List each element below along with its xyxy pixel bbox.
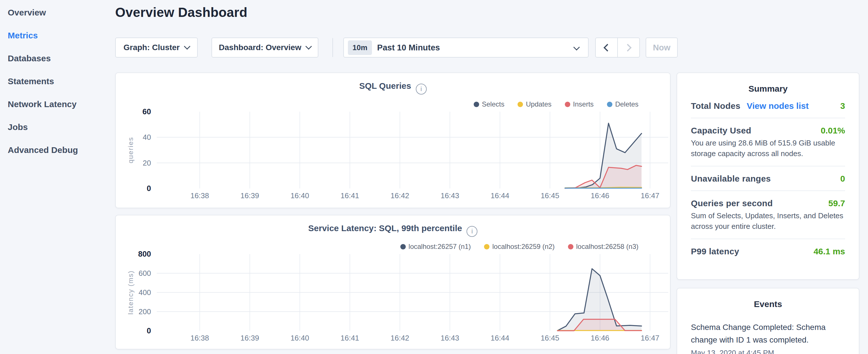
summary-divider xyxy=(691,238,845,239)
summary-row-value: 3 xyxy=(840,101,845,111)
legend-item: localhost:26259 (n2) xyxy=(484,243,555,251)
x-tick-label: 16:38 xyxy=(177,334,223,343)
legend-item: localhost:26257 (n1) xyxy=(400,243,471,251)
summary-panel: Summary Total NodesView nodes list3Capac… xyxy=(677,72,859,280)
summary-row-p99-latency: P99 latency46.1 ms xyxy=(691,247,845,256)
summary-row-capacity-used: Capacity Used0.01%You are using 28.6 MiB… xyxy=(691,126,845,159)
legend-dot-icon xyxy=(484,244,490,250)
sidebar-item-statements[interactable]: Statements xyxy=(8,73,115,96)
dashboard-dropdown[interactable]: Dashboard: Overview xyxy=(212,37,318,58)
event-message: Schema Change Completed: Schema change w… xyxy=(691,321,845,346)
sidebar-item-metrics[interactable]: Metrics xyxy=(8,27,115,50)
graph-scope-dropdown[interactable]: Graph: Cluster xyxy=(115,37,198,58)
x-tick-label: 16:42 xyxy=(377,191,423,200)
chart-title: SQL Queriesi xyxy=(116,81,670,95)
x-tick-label: 16:39 xyxy=(227,334,273,343)
y-tick-label: 0 xyxy=(131,184,151,193)
controls-bar: Graph: Cluster Dashboard: Overview 10m P… xyxy=(115,37,671,58)
info-icon[interactable]: i xyxy=(467,226,477,237)
right-column: Summary Total NodesView nodes list3Capac… xyxy=(677,72,859,354)
plot-area xyxy=(157,254,668,331)
summary-row-description: Sum of Selects, Updates, Inserts, and De… xyxy=(691,211,845,232)
x-tick-label: 16:43 xyxy=(427,334,473,343)
event-item: Schema Change Completed: Schema change w… xyxy=(691,321,845,354)
sidebar-item-jobs[interactable]: Jobs xyxy=(8,119,115,141)
legend-dot-icon xyxy=(568,244,574,250)
legend-label: Updates xyxy=(526,100,551,108)
sidebar-item-databases[interactable]: Databases xyxy=(8,50,115,73)
sidebar-list: OverviewMetricsDatabasesStatementsNetwor… xyxy=(0,0,115,164)
y-tick-label: 0 xyxy=(131,326,151,335)
summary-row-left: P99 latency xyxy=(691,247,739,256)
summary-row-head: Total NodesView nodes list3 xyxy=(691,101,845,111)
chart-service-latency: Service Latency: SQL, 99th percentileilo… xyxy=(115,215,671,349)
chart-legend: localhost:26257 (n1)localhost:26259 (n2)… xyxy=(400,243,639,251)
x-tick-label: 16:46 xyxy=(577,334,623,343)
now-button[interactable]: Now xyxy=(646,37,678,58)
sidebar: OverviewMetricsDatabasesStatementsNetwor… xyxy=(0,0,115,354)
summary-row-queries-per-second: Queries per second59.7Sum of Selects, Up… xyxy=(691,198,845,232)
summary-row-label: P99 latency xyxy=(691,247,739,256)
x-tick-label: 16:43 xyxy=(427,191,473,200)
x-tick-label: 16:40 xyxy=(277,191,323,200)
legend-label: localhost:26258 (n3) xyxy=(576,243,639,251)
y-axis-title: queries xyxy=(127,137,135,164)
x-tick-label: 16:45 xyxy=(527,191,573,200)
x-tick-label: 16:44 xyxy=(477,191,523,200)
sidebar-item-overview[interactable]: Overview xyxy=(8,4,115,27)
event-timestamp: May 13, 2020 at 4:45 PM xyxy=(691,349,845,354)
legend-item: Updates xyxy=(518,100,551,108)
legend-label: localhost:26259 (n2) xyxy=(492,243,555,251)
y-axis-title: latency (ms) xyxy=(127,270,135,315)
y-tick-label: 800 xyxy=(131,250,151,259)
chevron-down-icon xyxy=(184,43,191,50)
summary-row-value: 46.1 ms xyxy=(813,247,845,256)
legend-dot-icon xyxy=(565,102,570,107)
chevron-left-icon xyxy=(603,44,611,52)
view-nodes-link[interactable]: View nodes list xyxy=(747,101,809,110)
time-nav-group xyxy=(595,37,640,58)
summary-row-unavailable-ranges: Unavailable ranges0 xyxy=(691,174,845,184)
summary-row-label: Queries per second xyxy=(691,198,773,208)
x-tick-label: 16:38 xyxy=(177,191,223,200)
legend-label: Selects xyxy=(482,100,505,108)
legend-item: Selects xyxy=(474,100,505,108)
time-backward-button[interactable] xyxy=(596,38,618,57)
x-tick-label: 16:41 xyxy=(327,334,373,343)
chart-title-text: Service Latency: SQL, 99th percentile xyxy=(308,223,462,233)
dashboard-label: Dashboard: Overview xyxy=(219,43,302,52)
summary-rows: Total NodesView nodes list3Capacity Used… xyxy=(691,101,845,256)
legend-item: localhost:26258 (n3) xyxy=(568,243,639,251)
events-list: Schema Change Completed: Schema change w… xyxy=(691,321,845,354)
x-tick-label: 16:47 xyxy=(627,191,673,200)
summary-row-head: P99 latency46.1 ms xyxy=(691,247,845,256)
time-forward-button[interactable] xyxy=(618,38,639,57)
summary-row-head: Capacity Used0.01% xyxy=(691,126,845,135)
events-title: Events xyxy=(691,299,845,309)
legend-item: Inserts xyxy=(565,100,594,108)
summary-row-value: 0 xyxy=(840,174,845,184)
main-content: Overview Dashboard Graph: Cluster Dashbo… xyxy=(115,0,671,354)
time-window-dropdown[interactable]: 10m Past 10 Minutes xyxy=(343,37,589,58)
info-icon[interactable]: i xyxy=(416,84,427,95)
summary-row-head: Queries per second59.7 xyxy=(691,198,845,208)
summary-row-value: 0.01% xyxy=(821,126,845,135)
x-tick-label: 16:45 xyxy=(527,334,573,343)
sidebar-item-advanced-debug[interactable]: Advanced Debug xyxy=(8,141,115,164)
summary-row-left: Total NodesView nodes list xyxy=(691,101,809,111)
x-tick-label: 16:47 xyxy=(627,334,673,343)
summary-row-left: Capacity Used xyxy=(691,126,751,135)
x-tick-label: 16:46 xyxy=(577,191,623,200)
events-panel: Events Schema Change Completed: Schema c… xyxy=(677,288,859,354)
chevron-right-icon xyxy=(624,44,631,52)
sidebar-item-network-latency[interactable]: Network Latency xyxy=(8,96,115,119)
time-window-badge: 10m xyxy=(348,40,372,55)
chart-title: Service Latency: SQL, 99th percentilei xyxy=(116,223,670,237)
legend-dot-icon xyxy=(518,102,523,107)
summary-row-label: Unavailable ranges xyxy=(691,174,771,183)
legend-dot-icon xyxy=(474,102,479,107)
x-tick-label: 16:39 xyxy=(227,191,273,200)
chart-title-text: SQL Queries xyxy=(359,81,411,91)
plot-area xyxy=(157,112,668,189)
summary-row-label: Total Nodes xyxy=(691,101,741,110)
